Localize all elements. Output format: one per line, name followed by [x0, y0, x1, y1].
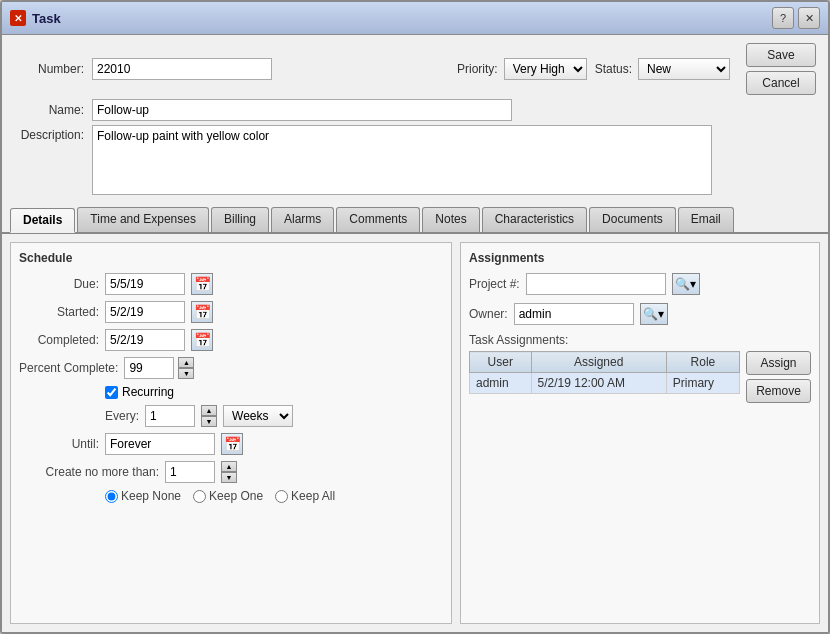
assigned-cell: 5/2/19 12:00 AM	[531, 373, 666, 394]
role-column-header: Role	[666, 352, 739, 373]
project-input[interactable]	[526, 273, 666, 295]
number-input[interactable]	[92, 58, 272, 80]
tab-email[interactable]: Email	[678, 207, 734, 232]
assigned-column-header: Assigned	[531, 352, 666, 373]
name-input[interactable]	[92, 99, 512, 121]
help-button[interactable]: ?	[772, 7, 794, 29]
completed-calendar-button[interactable]: 📅	[191, 329, 213, 351]
table-row[interactable]: admin 5/2/19 12:00 AM Primary	[470, 373, 740, 394]
description-row: Description: Follow-up paint with yellow…	[14, 125, 816, 195]
owner-input[interactable]	[514, 303, 634, 325]
priority-area: Priority: Very High High Normal Low	[457, 58, 587, 80]
schedule-title: Schedule	[19, 251, 443, 265]
tab-comments[interactable]: Comments	[336, 207, 420, 232]
close-button[interactable]: ✕	[798, 7, 820, 29]
completed-label: Completed:	[19, 333, 99, 347]
project-row: Project #: 🔍▾	[469, 273, 811, 295]
header-area: Number: Priority: Very High High Normal …	[2, 35, 828, 203]
priority-select[interactable]: Very High High Normal Low	[504, 58, 587, 80]
tab-notes[interactable]: Notes	[422, 207, 479, 232]
keep-none-radio[interactable]	[105, 490, 118, 503]
assign-button[interactable]: Assign	[746, 351, 811, 375]
assignments-table: User Assigned Role admin 5/2/19 12:00 AM…	[469, 351, 740, 394]
remove-button[interactable]: Remove	[746, 379, 811, 403]
name-row: Name:	[14, 99, 816, 121]
cancel-button[interactable]: Cancel	[746, 71, 816, 95]
create-up-button[interactable]: ▲	[221, 461, 237, 472]
user-cell: admin	[470, 373, 532, 394]
completed-input[interactable]	[105, 329, 185, 351]
tab-details[interactable]: Details	[10, 208, 75, 233]
owner-label: Owner:	[469, 307, 508, 321]
until-input[interactable]	[105, 433, 215, 455]
recurring-checkbox[interactable]	[105, 386, 118, 399]
create-spinner: ▲ ▼	[221, 461, 237, 483]
user-column-header: User	[470, 352, 532, 373]
keep-all-option: Keep All	[275, 489, 335, 503]
assignments-area: User Assigned Role admin 5/2/19 12:00 AM…	[469, 351, 811, 403]
tab-billing[interactable]: Billing	[211, 207, 269, 232]
recurring-label[interactable]: Recurring	[122, 385, 174, 399]
create-input[interactable]	[165, 461, 215, 483]
title-bar-left: ✕ Task	[10, 10, 61, 26]
every-up-button[interactable]: ▲	[201, 405, 217, 416]
until-label: Until:	[19, 437, 99, 451]
create-label: Create no more than:	[19, 465, 159, 479]
percent-input[interactable]	[124, 357, 174, 379]
schedule-panel: Schedule Due: 📅 Started: 📅	[10, 242, 452, 624]
started-row: Started: 📅	[19, 301, 443, 323]
recurring-row: Recurring	[105, 385, 443, 399]
assignments-title: Assignments	[469, 251, 811, 265]
owner-search-button[interactable]: 🔍▾	[640, 303, 668, 325]
action-buttons: Save Cancel	[746, 43, 816, 95]
until-calendar-button[interactable]: 📅	[221, 433, 243, 455]
description-textarea[interactable]: Follow-up paint with yellow color	[92, 125, 712, 195]
tab-alarms[interactable]: Alarms	[271, 207, 334, 232]
assignment-buttons: Assign Remove	[746, 351, 811, 403]
period-select[interactable]: Days Weeks Months Years	[223, 405, 293, 427]
tabs-container: Details Time and Expenses Billing Alarms…	[2, 207, 828, 234]
assignments-table-wrapper: User Assigned Role admin 5/2/19 12:00 AM…	[469, 351, 740, 403]
due-calendar-button[interactable]: 📅	[191, 273, 213, 295]
tab-time-expenses[interactable]: Time and Expenses	[77, 207, 209, 232]
started-calendar-button[interactable]: 📅	[191, 301, 213, 323]
keep-row: Keep None Keep One Keep All	[105, 489, 443, 503]
number-label: Number:	[14, 62, 84, 76]
every-label: Every:	[105, 409, 139, 423]
save-button[interactable]: Save	[746, 43, 816, 67]
percent-control: ▲ ▼	[124, 357, 194, 379]
name-label: Name:	[14, 103, 84, 117]
keep-one-label[interactable]: Keep One	[209, 489, 263, 503]
tab-documents[interactable]: Documents	[589, 207, 676, 232]
completed-row: Completed: 📅	[19, 329, 443, 351]
assignments-panel: Assignments Project #: 🔍▾ Owner: 🔍▾ Ta	[460, 242, 820, 624]
due-row: Due: 📅	[19, 273, 443, 295]
table-header-row: User Assigned Role	[470, 352, 740, 373]
tab-characteristics[interactable]: Characteristics	[482, 207, 587, 232]
every-down-button[interactable]: ▼	[201, 416, 217, 427]
project-search-button[interactable]: 🔍▾	[672, 273, 700, 295]
percent-label: Percent Complete:	[19, 361, 118, 375]
started-input[interactable]	[105, 301, 185, 323]
status-select[interactable]: New In Progress Completed	[638, 58, 730, 80]
percent-spinner: ▲ ▼	[178, 357, 194, 379]
due-input[interactable]	[105, 273, 185, 295]
until-row: Until: 📅	[19, 433, 443, 455]
every-spinner: ▲ ▼	[201, 405, 217, 427]
percent-up-button[interactable]: ▲	[178, 357, 194, 368]
keep-all-radio[interactable]	[275, 490, 288, 503]
keep-none-label[interactable]: Keep None	[121, 489, 181, 503]
every-input[interactable]	[145, 405, 195, 427]
task-assignments-label: Task Assignments:	[469, 333, 811, 347]
every-row: Every: ▲ ▼ Days Weeks Months Years	[105, 405, 443, 427]
keep-all-label[interactable]: Keep All	[291, 489, 335, 503]
title-bar-controls: ? ✕	[772, 7, 820, 29]
create-down-button[interactable]: ▼	[221, 472, 237, 483]
status-area: Status: New In Progress Completed	[595, 58, 730, 80]
status-label: Status:	[595, 62, 632, 76]
keep-one-radio[interactable]	[193, 490, 206, 503]
keep-one-option: Keep One	[193, 489, 263, 503]
description-label: Description:	[14, 125, 84, 142]
percent-down-button[interactable]: ▼	[178, 368, 194, 379]
tab-content: Schedule Due: 📅 Started: 📅	[2, 234, 828, 632]
